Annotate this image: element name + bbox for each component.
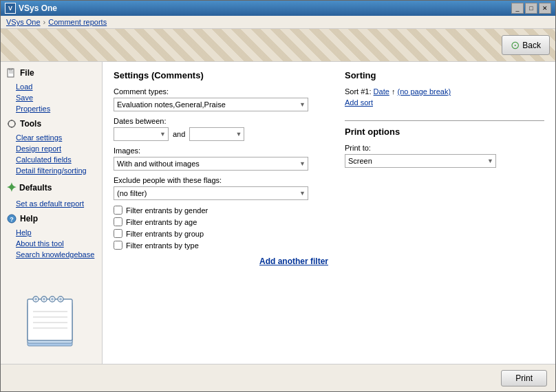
- sidebar-item-detail-filtering[interactable]: Detail filtering/sorting: [1, 165, 102, 176]
- filter-group-checkbox[interactable]: [114, 229, 122, 238]
- svg-text:?: ?: [10, 216, 14, 223]
- settings-title: Settings (Comments): [114, 70, 328, 80]
- comment-types-select[interactable]: Evaluation notes,General,Praise: [114, 98, 308, 111]
- sidebar-help-label: Help: [20, 214, 38, 224]
- print-options-title: Print options: [345, 127, 544, 137]
- print-to-wrapper: Screen Printer PDF: [345, 154, 496, 168]
- bottom-bar: Print: [1, 364, 555, 391]
- minimize-button[interactable]: _: [511, 3, 524, 14]
- sort1-field-link[interactable]: Date: [374, 87, 389, 96]
- filter-type-item: Filter entrants by type: [114, 241, 328, 250]
- sorting-title: Sorting: [345, 70, 544, 80]
- filter-type-checkbox[interactable]: [114, 241, 122, 250]
- close-button[interactable]: ✕: [539, 3, 551, 14]
- content-area: File Load Save Properties Tools Clear se…: [1, 62, 555, 364]
- main-window: V VSys One _ □ ✕ VSys One › Comment repo…: [0, 0, 556, 392]
- filter-group-item: Filter entrants by group: [114, 229, 328, 238]
- sidebar-defaults-section: ✦ Defaults Set as default report: [1, 177, 102, 209]
- maximize-button[interactable]: □: [525, 3, 537, 14]
- comment-types-label: Comment types:: [114, 87, 328, 96]
- exclude-flags-wrapper: (no filter): [114, 186, 308, 200]
- add-filter-link[interactable]: Add another filter: [114, 257, 328, 266]
- print-to-select[interactable]: Screen Printer PDF: [345, 154, 496, 168]
- sidebar-help-header[interactable]: ? Help: [1, 210, 102, 227]
- filter-group-label: Filter entrants by group: [126, 230, 204, 238]
- sidebar-item-calculated-fields[interactable]: Calculated fields: [1, 154, 102, 165]
- sidebar-item-save[interactable]: Save: [1, 92, 102, 103]
- sidebar-tools-label: Tools: [20, 119, 41, 129]
- sidebar-defaults-header[interactable]: ✦ Defaults: [1, 177, 102, 198]
- svg-point-24: [51, 298, 54, 301]
- app-icon: V: [5, 3, 16, 14]
- back-button[interactable]: ⊙ Back: [502, 35, 550, 55]
- print-button[interactable]: Print: [501, 370, 547, 386]
- help-icon: ?: [6, 213, 17, 224]
- filter-type-label: Filter entrants by type: [126, 241, 199, 250]
- svg-rect-13: [28, 299, 72, 340]
- comment-types-wrapper: Evaluation notes,General,Praise: [114, 98, 308, 111]
- svg-rect-1: [9, 68, 12, 70]
- breadcrumb-separator: ›: [43, 18, 46, 26]
- breadcrumb-comment-reports[interactable]: Comment reports: [48, 18, 107, 26]
- file-icon: [6, 67, 17, 78]
- add-sort-row: Add sort: [345, 98, 544, 107]
- sidebar: File Load Save Properties Tools Clear se…: [1, 62, 103, 364]
- print-to-label: Print to:: [345, 144, 544, 152]
- right-panel: Sorting Sort #1: Date ↑ (no page break) …: [345, 70, 544, 356]
- tools-icon: [6, 118, 17, 129]
- sidebar-help-section: ? Help Help About this tool Search knowl…: [1, 210, 102, 260]
- checkbox-group: Filter entrants by gender Filter entrant…: [114, 206, 328, 250]
- window-title: VSys One: [19, 3, 57, 13]
- back-arrow-icon: ⊙: [511, 39, 520, 52]
- sidebar-file-header[interactable]: File: [1, 65, 102, 81]
- sidebar-item-set-default[interactable]: Set as default report: [1, 198, 102, 209]
- dates-to-wrapper: [189, 127, 244, 141]
- sidebar-item-design-report[interactable]: Design report: [1, 143, 102, 154]
- print-options-section: Print options Print to: Screen Printer P…: [345, 120, 544, 168]
- svg-point-23: [43, 298, 45, 301]
- sidebar-defaults-label: Defaults: [19, 183, 52, 193]
- sidebar-item-search-kb[interactable]: Search knowledgebase: [1, 249, 102, 260]
- images-wrapper: With and without images With images only…: [114, 157, 308, 171]
- sidebar-item-clear-settings[interactable]: Clear settings: [1, 132, 102, 143]
- sidebar-file-label: File: [20, 68, 34, 78]
- filter-age-item: Filter entrants by age: [114, 217, 328, 226]
- dates-to-select[interactable]: [189, 127, 244, 141]
- defaults-icon: ✦: [6, 180, 17, 195]
- banner-pattern-decoration: [1, 29, 555, 61]
- title-bar: V VSys One _ □ ✕: [1, 1, 555, 16]
- exclude-flags-select[interactable]: (no filter): [114, 186, 308, 200]
- dates-row: and: [114, 127, 328, 141]
- sort1-suffix-link[interactable]: (no page break): [397, 87, 451, 96]
- images-label: Images:: [114, 146, 328, 155]
- dates-label: Dates between:: [114, 117, 328, 125]
- sort-row-1: Sort #1: Date ↑ (no page break): [345, 87, 544, 96]
- dates-from-select[interactable]: [114, 127, 169, 141]
- add-sort-link[interactable]: Add sort: [345, 98, 373, 107]
- main-content: Settings (Comments) Comment types: Evalu…: [103, 62, 555, 364]
- notepad-illustration-area: [1, 261, 102, 361]
- sidebar-item-about-tool[interactable]: About this tool: [1, 238, 102, 249]
- svg-point-25: [59, 298, 62, 301]
- sidebar-file-section: File Load Save Properties: [1, 65, 102, 114]
- svg-point-22: [34, 298, 37, 301]
- images-select[interactable]: With and without images With images only…: [114, 157, 308, 171]
- title-bar-controls: _ □ ✕: [511, 3, 551, 14]
- svg-point-4: [8, 120, 15, 127]
- header-banner: ⊙ Back: [1, 29, 555, 62]
- sidebar-tools-section: Tools Clear settings Design report Calcu…: [1, 116, 102, 176]
- dates-and-label: and: [173, 130, 185, 138]
- sidebar-tools-header[interactable]: Tools: [1, 116, 102, 132]
- sidebar-item-properties[interactable]: Properties: [1, 103, 102, 114]
- filter-age-label: Filter entrants by age: [126, 218, 197, 226]
- filter-gender-label: Filter entrants by gender: [126, 206, 208, 215]
- breadcrumb: VSys One › Comment reports: [1, 16, 555, 29]
- sidebar-item-load[interactable]: Load: [1, 81, 102, 92]
- breadcrumb-vsysone[interactable]: VSys One: [6, 18, 41, 26]
- sidebar-item-help[interactable]: Help: [1, 227, 102, 238]
- sort1-label: Sort #1:: [345, 87, 372, 96]
- filter-gender-checkbox[interactable]: [114, 206, 122, 215]
- exclude-flags-label: Exclude people with these flags:: [114, 176, 328, 184]
- filter-age-checkbox[interactable]: [114, 217, 122, 226]
- title-bar-left: V VSys One: [5, 3, 57, 14]
